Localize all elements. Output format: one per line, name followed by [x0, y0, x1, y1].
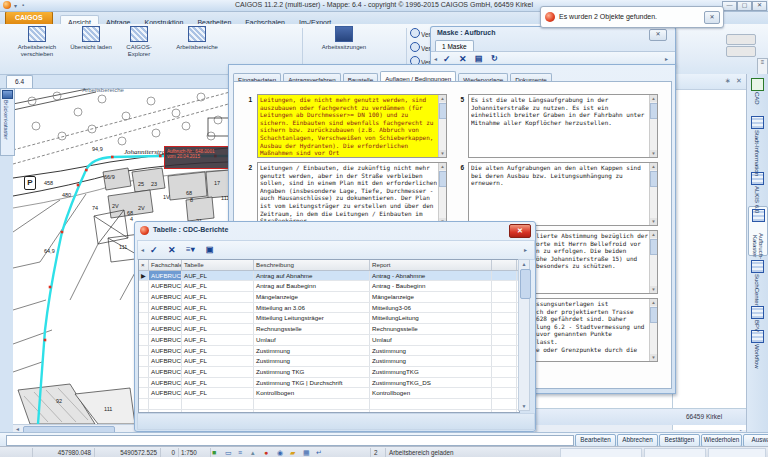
table-empty-row[interactable] [139, 399, 519, 410]
table-row[interactable]: ▶AUFBRUCHAUF_FLAntrag auf AbnahmeAntrag … [139, 271, 519, 282]
scroll-down-icon[interactable]: ▼ [650, 150, 657, 157]
table-row[interactable]: AUFBRUCHAUF_FLKontrollbogenKontrollbogen [139, 388, 519, 399]
view-tool-1[interactable]: Ver [410, 28, 432, 40]
grid-blue-icon[interactable]: ▦ [303, 448, 310, 457]
close-icon[interactable]: ✕ [509, 224, 531, 238]
ribbon-button-1[interactable]: Arbeitsbereich verschieben [8, 26, 66, 66]
textbox-scrollbar[interactable]: ▲▼ [649, 231, 657, 293]
table-row[interactable]: AUFBRUCHAUF_FLZustimmungZustimmung [139, 356, 519, 367]
textbox-scrollbar[interactable]: ▲▼ [649, 299, 657, 361]
side-tab-suchcenter[interactable]: SuchCenter [748, 258, 766, 302]
ribbon-field-1[interactable] [726, 34, 756, 45]
nav-left-icon[interactable]: ◂ [141, 246, 144, 253]
side-tab-workflow[interactable]: Workflow [748, 328, 766, 396]
scroll-up-icon[interactable]: ▲ [650, 95, 657, 102]
maske-dialog-titlebar[interactable]: Maske : Aufbruch ✕ 1 Maske ◂ ✓ ✕ ▤ ↻ ▸ [430, 26, 676, 65]
info-icon[interactable]: ◉ [277, 448, 283, 457]
scroll-down-icon[interactable]: ▼ [650, 218, 657, 225]
ribbon-button-label: Arbeitssitzungen [308, 44, 380, 51]
side-tab-brueckenkataster[interactable]: Brückenkataster [0, 88, 15, 156]
table-window-titlebar[interactable]: Tabelle : CDC-Berichte ✕ [135, 222, 535, 239]
table-row[interactable]: AUFBRUCHAUF_FLZustimmung TKG | Durchschr… [139, 378, 519, 389]
scroll-up-icon[interactable]: ▲ [439, 163, 446, 170]
red-circle-icon[interactable]: ● [264, 448, 268, 457]
close-icon[interactable]: ✕ [736, 77, 742, 85]
ribbon-button-4[interactable]: Arbeitsbereiche [164, 26, 230, 66]
table-row[interactable]: AUFBRUCHAUF_FLMitteilung an 3.06Mitteilu… [139, 303, 519, 314]
ribbon-button-2[interactable]: Übersicht laden [68, 26, 114, 66]
scrollbar-thumb[interactable] [520, 269, 531, 299]
notification-bar[interactable]: Es wurden 2 Objekte gefunden. ✕ [540, 6, 724, 28]
textbox-scrollbar[interactable]: ▲▼ [649, 95, 657, 157]
green-square-icon[interactable]: ■ [212, 448, 216, 457]
cancel-x-icon[interactable]: ✕ [168, 244, 176, 256]
nav-right-icon[interactable]: ▸ [524, 246, 527, 253]
ribbon-button-3[interactable]: CAIGOS-Explorer [116, 26, 162, 66]
folder-yellow-icon[interactable]: ▰ [290, 448, 295, 457]
chart-icon[interactable]: ▴ [251, 448, 255, 457]
side-tab-label: Brückenkataster [3, 100, 9, 140]
condition-textbox-6[interactable]: Die alten Aufgrabungen an den alten Kapp… [468, 162, 658, 226]
nav-left-icon[interactable]: ◂ [434, 55, 437, 62]
scrollbar-thumb[interactable] [650, 103, 658, 119]
maximize-icon[interactable]: ▢ [737, 1, 752, 11]
close-icon[interactable]: ✕ [752, 1, 767, 11]
command-input[interactable] [6, 435, 574, 446]
side-tab-stadt-information[interactable]: Stadt-Information [748, 114, 766, 168]
table-window-footer [137, 413, 535, 430]
table-row[interactable]: AUFBRUCHAUF_FLRechnungsstelleRechnungsst… [139, 324, 519, 335]
side-tab-aufbruch-kataster[interactable]: Aufbruch-Kataster [748, 206, 768, 256]
side-tab-cad[interactable]: CAD [748, 76, 766, 112]
close-icon[interactable]: ✕ [649, 29, 667, 41]
report-sheets-icon[interactable]: ▣ [206, 244, 214, 256]
caigos-app-button[interactable]: CAIGOS [5, 11, 53, 25]
scroll-down-icon[interactable]: ▼ [650, 286, 657, 293]
reports-table[interactable]: ×FachschaleTabelleBeschreibungReport▶AUF… [138, 259, 520, 413]
cell: Kontrollbogen [370, 388, 492, 398]
side-tab-bpv[interactable]: BPV [748, 304, 766, 326]
scrollbar-thumb[interactable] [650, 171, 658, 187]
table-row[interactable]: AUFBRUCHAUF_FLZustimmungZustimmung [139, 346, 519, 357]
table-header-row[interactable]: ×FachschaleTabelleBeschreibungReport [139, 260, 519, 271]
ribbon-button-5[interactable]: Arbeitssitzungen [308, 26, 380, 66]
scroll-down-icon[interactable]: ▼ [650, 354, 657, 361]
condition-textbox-1[interactable]: Leitungen, die nicht mehr genutzt werden… [257, 94, 447, 158]
cell: Mitteilung an 3.06 [254, 303, 370, 313]
return-arrow-icon[interactable]: ↵ [316, 448, 322, 457]
table-row[interactable]: AUFBRUCHAUF_FLZustimmung TKGZustimmungTK… [139, 367, 519, 378]
monitor-icon[interactable]: ▭ [225, 448, 232, 457]
nav-right-icon[interactable]: ▸ [665, 55, 668, 62]
aufbruch-marker-label[interactable]: Aufbruch-Nr.: 648.0001 vom 20.04.2015 [164, 146, 232, 169]
textbox-scrollbar[interactable]: ▲▼ [438, 163, 446, 225]
view-tool-2[interactable]: Ver [410, 42, 432, 54]
pin-icon[interactable]: ∗ [725, 77, 731, 85]
table-row[interactable]: AUFBRUCHAUF_FLAntrag auf BaubeginnAntrag… [139, 281, 519, 292]
confirm-check-icon[interactable]: ✓ [150, 244, 158, 256]
scrollbar-thumb[interactable] [439, 103, 447, 119]
scroll-up-icon[interactable]: ▲ [519, 260, 529, 268]
item-number: 5 [454, 96, 464, 103]
scrollbar-thumb[interactable] [439, 171, 447, 187]
table-vertical-scrollbar[interactable]: ▲ ▼ [518, 259, 530, 411]
textbox-scrollbar[interactable]: ▲▼ [438, 95, 446, 157]
scroll-up-icon[interactable]: ▲ [439, 95, 446, 102]
map-document-tab[interactable]: 6.4 [6, 75, 33, 88]
menu-lines-icon[interactable]: ≡ [238, 448, 242, 457]
scroll-up-icon[interactable]: ▲ [650, 163, 657, 170]
condition-textbox-2[interactable]: Leitungen / Einbauten, die zukünftig nic… [257, 162, 447, 226]
table-row[interactable]: AUFBRUCHAUF_FLUmlaufUmlauf [139, 335, 519, 346]
scrollbar-thumb[interactable] [650, 239, 658, 255]
scroll-down-icon[interactable]: ▼ [439, 150, 446, 157]
minimize-icon[interactable]: — [722, 1, 737, 11]
textbox-scrollbar[interactable]: ▲▼ [649, 163, 657, 225]
ribbon-field-2[interactable] [726, 46, 756, 57]
close-icon[interactable]: ✕ [704, 11, 720, 24]
table-row[interactable]: AUFBRUCHAUF_FLMitteilung LeitungsträgerM… [139, 313, 519, 324]
scroll-down-icon[interactable]: ▼ [519, 402, 529, 410]
table-row[interactable]: AUFBRUCHAUF_FLMängelanzeigeMängelanzeige [139, 292, 519, 303]
scroll-up-icon[interactable]: ▲ [650, 231, 657, 238]
scrollbar-thumb[interactable] [650, 307, 658, 323]
filter-icon[interactable]: ≡▾ [186, 244, 195, 256]
condition-textbox-5[interactable]: Es ist die alte Längsaufgrabung in der J… [468, 94, 658, 158]
scroll-up-icon[interactable]: ▲ [650, 299, 657, 306]
